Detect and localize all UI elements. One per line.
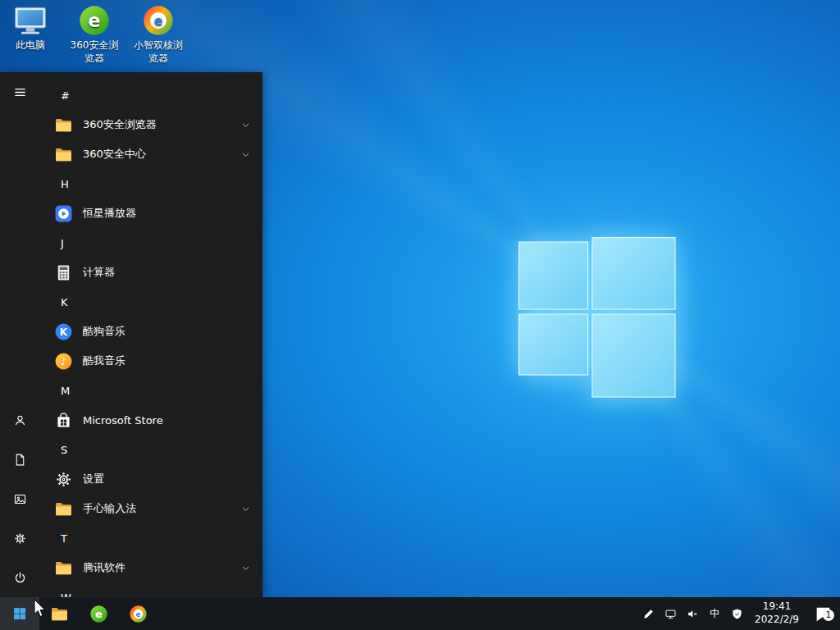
rail-settings-button[interactable] [0, 518, 39, 558]
desktop-icon-360-browser[interactable]: e360安全浏览器 [67, 4, 121, 65]
svg-text:e: e [88, 10, 100, 31]
app-item[interactable]: Microsoft Store [39, 405, 262, 435]
desktop-icon-xiaozhi-browser[interactable]: e小智双核浏览器 [131, 4, 185, 65]
volume-muted-icon [687, 608, 699, 620]
ms-store-icon [54, 411, 73, 430]
app-section-header[interactable]: H [39, 169, 262, 199]
app-item-label: 360安全中心 [83, 147, 146, 162]
app-section-header[interactable]: S [39, 435, 262, 464]
app-item[interactable]: 计算器 [39, 258, 262, 287]
app-item[interactable]: K酷狗音乐 [39, 317, 262, 346]
taskbar-clock[interactable]: 19:41 2022/2/9 [748, 600, 806, 626]
start-app-list: #360安全浏览器360安全中心H恒星播放器J计算器KK酷狗音乐♪酷我音乐MMi… [39, 72, 262, 597]
calculator-icon [54, 263, 73, 282]
app-section-label: # [61, 89, 70, 102]
gear-icon [54, 470, 73, 489]
rail-user-button[interactable] [0, 400, 39, 440]
tray-ime-button[interactable]: 中 [704, 597, 726, 630]
start-menu-rail [0, 72, 39, 597]
app-item[interactable]: 360安全浏览器 [39, 110, 262, 139]
app-section-header[interactable]: M [39, 376, 262, 405]
taskbar-xiaozhi-browser-button[interactable]: e [118, 597, 158, 630]
tray-pen-button[interactable] [637, 597, 660, 630]
taskbar-pinned: ee [39, 597, 158, 630]
app-item[interactable]: 腾讯软件 [39, 553, 262, 582]
system-tray-icons: 中 [637, 597, 748, 630]
folder-icon [54, 116, 73, 135]
user-icon [13, 413, 27, 427]
tray-network-button[interactable] [660, 597, 682, 630]
screen: 此电脑e360安全浏览器e小智双核浏览器 #360安全浏览器360安全中心H恒星… [0, 0, 840, 630]
rail-power-button[interactable] [0, 558, 39, 597]
taskbar: ee 中 19:41 2022/2/9 1 [0, 597, 840, 630]
app-item-label: 360安全浏览器 [83, 117, 157, 132]
start-menu: #360安全浏览器360安全中心H恒星播放器J计算器KK酷狗音乐♪酷我音乐MMi… [0, 72, 262, 597]
desktop-icon-this-pc[interactable]: 此电脑 [3, 4, 57, 65]
rail-top [0, 72, 39, 112]
document-icon [13, 453, 27, 467]
app-item-label: Microsoft Store [83, 414, 163, 427]
app-item[interactable]: 手心输入法 [39, 494, 262, 523]
this-pc-icon [13, 4, 48, 37]
rail-pictures-button[interactable] [0, 479, 39, 518]
svg-text:e: e [95, 608, 103, 620]
app-section-header[interactable]: T [39, 523, 262, 553]
taskbar-360-browser-button[interactable]: e [79, 597, 118, 630]
rail-expand-button[interactable] [0, 72, 39, 112]
windows-flag-icon [12, 606, 27, 621]
pictures-icon [13, 492, 27, 506]
pen-icon [642, 608, 655, 620]
app-item[interactable]: ♪酷我音乐 [39, 346, 262, 376]
desktop-icon-label: 此电脑 [16, 39, 45, 52]
folder-icon [54, 145, 73, 164]
chevron-down-icon [240, 149, 251, 160]
browser-360-icon: e [77, 4, 112, 37]
app-item-label: 设置 [83, 472, 104, 486]
app-item-label: 手心输入法 [83, 501, 136, 516]
app-section-label: J [61, 237, 64, 249]
app-section-label: K [61, 296, 68, 308]
app-section-header[interactable]: K [39, 287, 262, 317]
network-icon [664, 608, 677, 620]
app-section-label: M [61, 385, 70, 397]
folder-icon [54, 559, 73, 578]
tray-defender-button[interactable] [726, 597, 748, 630]
file-explorer-icon [50, 605, 69, 623]
app-item-label: 酷狗音乐 [83, 324, 126, 339]
app-section-header[interactable]: # [39, 80, 262, 110]
browser-360-icon: e [89, 605, 108, 623]
tray-volume-muted-button[interactable] [682, 597, 704, 630]
action-center-button[interactable]: 1 [806, 605, 840, 623]
browser-xiaozhi-icon: e [141, 4, 176, 37]
app-section-label: W [61, 591, 71, 598]
rail-bottom [0, 400, 39, 597]
app-item-label: 酷我音乐 [83, 354, 126, 368]
svg-text:K: K [60, 326, 68, 337]
chevron-down-icon [240, 504, 251, 514]
app-section-label: H [61, 178, 69, 190]
clock-date: 2022/2/9 [755, 614, 799, 627]
chevron-down-icon [240, 120, 251, 130]
clock-time: 19:41 [755, 600, 799, 614]
browser-xiaozhi-icon: e [129, 605, 148, 623]
svg-text:♪: ♪ [61, 356, 67, 368]
desktop-icon-label: 小智双核浏览器 [131, 39, 185, 65]
chevron-down-icon [240, 563, 251, 573]
desktop-icon-label: 360安全浏览器 [67, 39, 121, 65]
folder-icon [54, 500, 73, 518]
gear-icon [13, 532, 27, 546]
rail-documents-button[interactable] [0, 440, 39, 479]
app-section-header[interactable]: J [39, 228, 262, 258]
app-item[interactable]: 设置 [39, 464, 262, 494]
hamburger-icon [13, 85, 27, 99]
app-section-header[interactable]: W [39, 582, 262, 597]
svg-text:e: e [154, 14, 162, 29]
mouse-cursor [33, 599, 48, 619]
ime-indicator: 中 [710, 607, 720, 621]
kugou-icon: K [54, 322, 73, 341]
app-item[interactable]: 360安全中心 [39, 139, 262, 169]
app-item[interactable]: 恒星播放器 [39, 199, 262, 228]
system-tray: 中 19:41 2022/2/9 1 [637, 597, 840, 630]
app-item-label: 腾讯软件 [83, 560, 126, 575]
svg-text:e: e [135, 609, 140, 618]
